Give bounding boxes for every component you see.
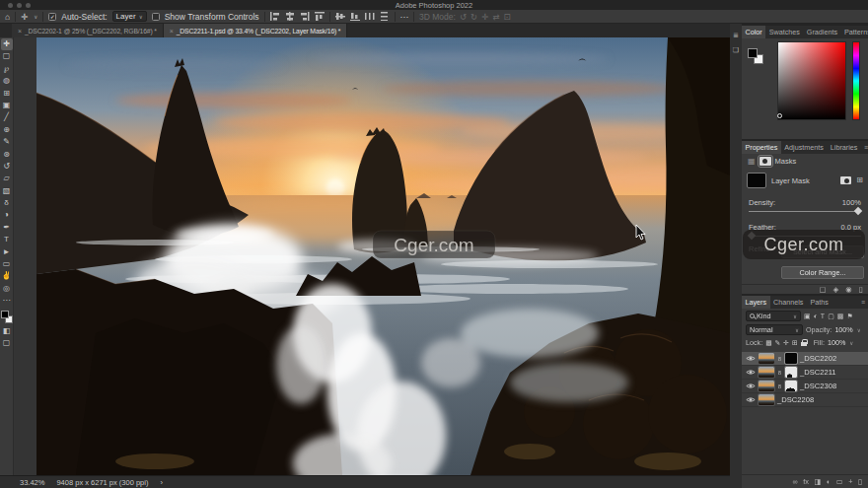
blur-tool[interactable]: δ [1,197,13,209]
density-slider-knob[interactable] [854,207,862,215]
filter-smart-objects-icon[interactable]: ▩ [837,313,844,320]
canvas-area[interactable]: Cger.com [14,37,730,475]
align-bottom-icon[interactable] [350,12,360,21]
layer-visibility-icon[interactable] [745,355,756,362]
layer-row[interactable]: 8 _DSC2202 [742,352,868,366]
type-tool[interactable]: T [1,234,13,245]
layer-name[interactable]: _DSC2211 [800,368,836,377]
filter-kind-dropdown[interactable]: Kind ∨ [746,311,801,321]
add-vector-mask-icon[interactable]: ⊞ [856,175,863,185]
screen-mode-icon[interactable]: ▢ [1,337,13,349]
layer-name[interactable]: _DSC2308 [800,382,836,390]
lock-pixels-icon[interactable]: ✎ [775,339,781,347]
opacity-value[interactable]: 100% [834,325,852,334]
document-tab[interactable]: ×_DSC2211-1.psd @ 33.4% (_DSC2202, Layer… [164,24,348,37]
mask-selection-icon[interactable]: ▢ [819,285,826,294]
tab-libraries[interactable]: Libraries [827,141,861,154]
layer-row[interactable]: 8 _DSC2211 [742,366,868,380]
filter-pin-icon[interactable]: ⚑ [846,313,852,320]
blend-mode-dropdown[interactable]: Normal ∨ [746,324,803,335]
lasso-tool[interactable]: ℘ [1,63,13,75]
lock-all-icon[interactable] [801,339,807,346]
chevron-down-icon[interactable]: ∨ [34,14,37,20]
object-selection-tool[interactable]: ◍ [1,75,13,87]
align-middle-vertical-icon[interactable] [335,12,345,21]
edit-toolbar-icon[interactable]: ⋯ [1,295,13,307]
status-chevron-icon[interactable]: › [160,478,163,487]
brush-tool[interactable]: ✎ [1,136,13,148]
fill-value[interactable]: 100% [828,338,845,347]
auto-select-checkbox[interactable]: ✓ [48,13,56,21]
layer-mask-thumbnail[interactable] [785,367,797,378]
history-panel-icon[interactable]: ≣ [733,32,739,39]
layer-name[interactable]: _DSC2208 [777,395,814,404]
zoom-tool[interactable]: ◎ [1,283,13,295]
filter-shape-layers-icon[interactable]: ▢ [828,313,834,320]
clone-stamp-tool[interactable]: ⊛ [1,149,13,161]
tab-channels[interactable]: Channels [770,296,807,309]
hue-slider[interactable] [852,41,860,120]
saturation-brightness-picker[interactable] [777,41,846,120]
new-layer-icon[interactable]: + [848,477,852,486]
new-group-icon[interactable]: ▭ [836,477,843,486]
tab-swatches[interactable]: Swatches [765,26,803,38]
select-layer-mask-icon[interactable] [840,176,851,184]
zoom-window-icon[interactable] [26,3,31,8]
layer-row[interactable]: _DSC2208 [742,393,868,407]
close-window-icon[interactable] [8,3,13,8]
zoom-level-field[interactable]: 33.42% [20,478,44,487]
lock-artboard-icon[interactable]: ⊞ [792,339,798,347]
tab-color[interactable]: Color [742,26,765,38]
layer-visibility-icon[interactable] [745,369,756,376]
photo-document[interactable]: Cger.com [36,37,730,475]
layer-mask-thumbnail[interactable] [785,353,797,364]
layer-thumbnail[interactable] [759,381,774,391]
layer-name[interactable]: _DSC2202 [800,354,836,363]
path-selection-tool[interactable]: ► [1,246,13,258]
panel-menu-icon[interactable]: ≡ [861,141,868,154]
chevron-down-icon[interactable]: ∨ [849,340,853,346]
layer-thumbnail[interactable] [759,367,774,378]
foreground-color-swatch[interactable] [748,48,758,58]
layer-row[interactable]: 8 _DSC2308 [742,380,868,393]
show-transform-checkbox[interactable] [152,13,160,21]
filter-adjustment-layers-icon[interactable]: ◐ [814,313,818,319]
move-tool-preset-icon[interactable]: ✛ [21,12,28,22]
chevron-down-icon[interactable]: ∨ [857,327,861,333]
dodge-tool[interactable]: ◑ [1,209,13,221]
distribute-vertical-icon[interactable] [380,12,390,21]
rectangle-tool[interactable]: ▭ [1,258,13,270]
color-picker-marker[interactable] [777,113,782,118]
add-layer-mask-icon[interactable]: ◨ [814,477,821,486]
move-tool[interactable]: ✛ [1,38,13,50]
tab-patterns[interactable]: Patterns [841,26,868,38]
align-right-icon[interactable] [300,12,310,21]
tab-close-icon[interactable]: × [170,28,174,35]
align-center-horizontal-icon[interactable] [285,12,295,21]
comments-panel-icon[interactable]: ❏ [733,46,739,54]
apply-mask-icon[interactable]: ◈ [833,285,839,294]
lock-transparency-icon[interactable]: ▩ [765,339,771,347]
tab-properties[interactable]: Properties [742,141,781,154]
foreground-color-swatch[interactable] [1,311,9,318]
tab-adjustments[interactable]: Adjustments [781,141,828,154]
mask-visibility-icon[interactable]: ◉ [845,285,852,294]
gradient-tool[interactable]: ▧ [1,185,13,197]
density-slider[interactable] [749,211,861,212]
mask-mode-icon[interactable] [760,157,771,166]
minimize-window-icon[interactable] [17,3,22,8]
distribute-horizontal-icon[interactable] [365,12,375,21]
tab-gradients[interactable]: Gradients [803,26,840,38]
panel-menu-icon[interactable]: ≡ [858,296,868,309]
tab-close-icon[interactable]: × [18,28,22,35]
layer-mask-thumbnail[interactable] [747,173,766,188]
layer-visibility-icon[interactable] [745,383,756,389]
lock-position-icon[interactable]: ✛ [783,339,789,347]
new-adjustment-layer-icon[interactable]: ◐ [827,477,831,486]
color-swatches[interactable] [1,311,13,323]
link-layers-icon[interactable]: ∞ [793,477,798,486]
quick-mask-icon[interactable]: ◧ [1,325,13,337]
delete-layer-icon[interactable]: ▯ [858,477,862,486]
layer-thumbnail[interactable] [759,394,774,405]
pixel-layer-icon[interactable]: ▦ [748,157,756,166]
